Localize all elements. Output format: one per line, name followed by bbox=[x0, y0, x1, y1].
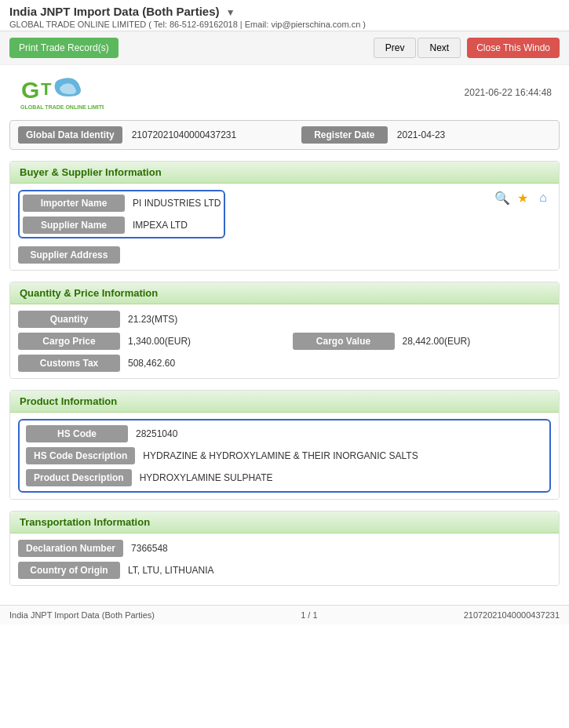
supplier-name-label: Supplier Name bbox=[23, 217, 125, 234]
buyer-supplier-section: Buyer & Supplier Information 🔍 ★ ⌂ Impor… bbox=[9, 161, 560, 271]
hs-code-value: 28251040 bbox=[136, 428, 543, 439]
star-icon[interactable]: ★ bbox=[515, 190, 531, 206]
company-logo: G T GLOBAL TRADE ONLINE LIMITED bbox=[17, 73, 104, 112]
identity-row: Global Data Identity 2107202104000043723… bbox=[9, 120, 560, 150]
page-header: India JNPT Import Data (Both Parties) ▼ … bbox=[0, 0, 569, 31]
svg-text:T: T bbox=[41, 79, 52, 99]
cargo-price-value: 1,340.00(EUR) bbox=[128, 336, 277, 347]
svg-text:GLOBAL TRADE ONLINE LIMITED: GLOBAL TRADE ONLINE LIMITED bbox=[20, 104, 104, 110]
importer-name-row: Importer Name PI INDUSTRIES LTD bbox=[23, 195, 221, 212]
quantity-value: 21.23(MTS) bbox=[128, 314, 551, 325]
transportation-section-header: Transportation Information bbox=[10, 511, 559, 533]
product-highlight: HS Code 28251040 HS Code Description HYD… bbox=[18, 419, 551, 493]
home-icon[interactable]: ⌂ bbox=[535, 190, 551, 206]
buyer-supplier-section-body: 🔍 ★ ⌂ Importer Name PI INDUSTRIES LTD Su… bbox=[10, 184, 559, 270]
product-section: Product Information HS Code 28251040 HS … bbox=[9, 390, 560, 500]
page-title: India JNPT Import Data (Both Parties) ▼ bbox=[9, 5, 560, 18]
supplier-name-row: Supplier Name IMPEXA LTD bbox=[23, 217, 221, 234]
declaration-number-label: Declaration Number bbox=[18, 540, 123, 557]
buyer-icons: 🔍 ★ ⌂ bbox=[494, 190, 551, 206]
svg-text:G: G bbox=[21, 77, 39, 103]
country-of-origin-row: Country of Origin LT, LTU, LITHUANIA bbox=[18, 562, 551, 579]
footer-right: 21072021040000437231 bbox=[464, 610, 560, 620]
footer-left: India JNPT Import Data (Both Parties) bbox=[9, 610, 155, 620]
close-button[interactable]: Close This Windo bbox=[467, 38, 560, 58]
product-section-header: Product Information bbox=[10, 391, 559, 413]
quantity-price-section-header: Quantity & Price Information bbox=[10, 282, 559, 304]
cargo-price-label: Cargo Price bbox=[18, 333, 120, 350]
logo-date-row: G T GLOBAL TRADE ONLINE LIMITED 2021-06-… bbox=[9, 73, 560, 112]
quantity-label: Quantity bbox=[18, 311, 120, 328]
buyer-supplier-section-header: Buyer & Supplier Information bbox=[10, 162, 559, 184]
importer-name-value: PI INDUSTRIES LTD bbox=[133, 198, 221, 209]
page-footer: India JNPT Import Data (Both Parties) 1 … bbox=[0, 605, 569, 624]
register-date-label: Register Date bbox=[301, 126, 388, 144]
country-of-origin-label: Country of Origin bbox=[18, 562, 120, 579]
importer-name-label: Importer Name bbox=[23, 195, 125, 212]
product-desc-label: Product Description bbox=[26, 469, 132, 486]
page-subtitle: GLOBAL TRADE ONLINE LIMITED ( Tel: 86-51… bbox=[9, 20, 560, 29]
transportation-section-body: Declaration Number 7366548 Country of Or… bbox=[10, 533, 559, 585]
register-date-value: 2021-04-23 bbox=[397, 129, 551, 140]
customs-tax-label: Customs Tax bbox=[18, 355, 120, 372]
hs-code-desc-row: HS Code Description HYDRAZINE & HYDROXYL… bbox=[26, 447, 543, 464]
declaration-number-value: 7366548 bbox=[131, 543, 551, 554]
global-data-identity-label: Global Data Identity bbox=[18, 126, 122, 144]
quantity-row: Quantity 21.23(MTS) bbox=[18, 311, 551, 328]
toolbar: Print Trade Record(s) Prev Next Close Th… bbox=[0, 31, 569, 65]
cargo-value-label: Cargo Value bbox=[293, 333, 395, 350]
customs-tax-value: 508,462.60 bbox=[128, 358, 551, 369]
dropdown-arrow-icon[interactable]: ▼ bbox=[226, 7, 235, 18]
quantity-price-section-body: Quantity 21.23(MTS) Cargo Price 1,340.00… bbox=[10, 304, 559, 378]
logo-area: G T GLOBAL TRADE ONLINE LIMITED bbox=[17, 73, 104, 112]
transportation-section: Transportation Information Declaration N… bbox=[9, 511, 560, 586]
supplier-name-value: IMPEXA LTD bbox=[133, 220, 221, 231]
product-desc-value: HYDROXYLAMINE SULPHATE bbox=[140, 472, 543, 483]
buyer-supplier-highlight: Importer Name PI INDUSTRIES LTD Supplier… bbox=[18, 190, 225, 238]
main-content: G T GLOBAL TRADE ONLINE LIMITED 2021-06-… bbox=[0, 65, 569, 605]
declaration-number-row: Declaration Number 7366548 bbox=[18, 540, 551, 557]
quantity-price-section: Quantity & Price Information Quantity 21… bbox=[9, 282, 560, 379]
country-of-origin-value: LT, LTU, LITHUANIA bbox=[128, 565, 551, 576]
product-desc-row: Product Description HYDROXYLAMINE SULPHA… bbox=[26, 469, 543, 486]
prev-button[interactable]: Prev bbox=[374, 38, 417, 58]
timestamp: 2021-06-22 16:44:48 bbox=[465, 87, 552, 98]
hs-code-row: HS Code 28251040 bbox=[26, 425, 543, 442]
hs-code-desc-label: HS Code Description bbox=[26, 447, 135, 464]
global-data-identity-value: 21072021040000437231 bbox=[132, 129, 286, 140]
search-icon[interactable]: 🔍 bbox=[494, 190, 510, 206]
hs-code-label: HS Code bbox=[26, 425, 128, 442]
footer-page-info: 1 / 1 bbox=[301, 610, 317, 620]
cargo-value-value: 28,442.00(EUR) bbox=[403, 336, 552, 347]
customs-tax-row: Customs Tax 508,462.60 bbox=[18, 355, 551, 372]
hs-code-desc-value: HYDRAZINE & HYDROXYLAMINE & THEIR INORGA… bbox=[143, 450, 543, 461]
supplier-address-row: Supplier Address bbox=[18, 246, 551, 264]
next-button[interactable]: Next bbox=[418, 38, 461, 58]
nav-buttons: Prev Next bbox=[374, 38, 461, 58]
print-button[interactable]: Print Trade Record(s) bbox=[9, 38, 119, 58]
product-section-body: HS Code 28251040 HS Code Description HYD… bbox=[10, 413, 559, 499]
supplier-address-label: Supplier Address bbox=[18, 246, 120, 264]
cargo-price-row: Cargo Price 1,340.00(EUR) Cargo Value 28… bbox=[18, 333, 551, 350]
